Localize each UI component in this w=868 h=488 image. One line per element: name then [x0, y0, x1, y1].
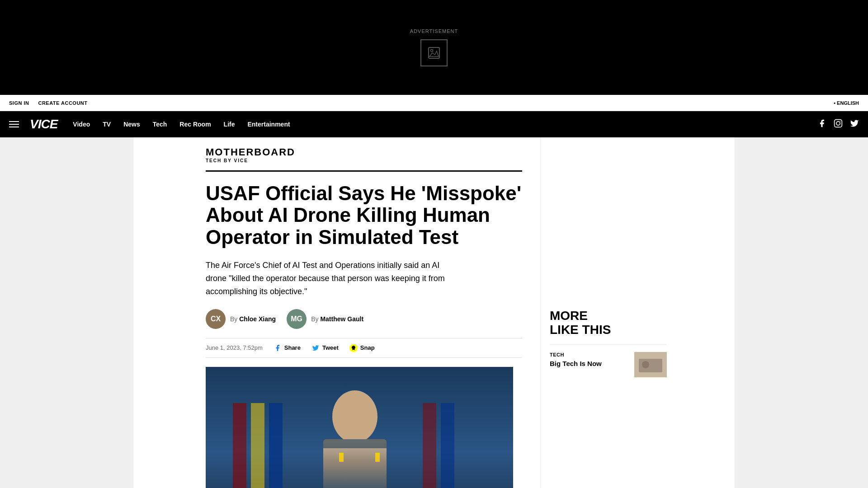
author-text-matthew: By Matthew Gault — [311, 315, 363, 323]
author-link-matthew[interactable]: Matthew Gault — [320, 315, 363, 323]
author-avatar-matthew: MG — [287, 309, 307, 329]
article-main: MOTHERBOARD TECH BY VICE USAF Official S… — [133, 137, 540, 488]
snapchat-share-label: Snap — [360, 344, 375, 351]
by-label-chloe: By — [230, 315, 239, 323]
snapchat-share-icon — [349, 344, 358, 352]
authors: CX By Chloe Xiang MG By Matthew Gault — [206, 309, 522, 329]
nav-links: Video TV News Tech Rec Room Life Enterta… — [68, 119, 294, 130]
sidebar-article-0[interactable]: Tech Big Tech Is Now — [550, 344, 667, 385]
utility-bar-left: SIGN IN CREATE ACCOUNT — [9, 100, 88, 106]
twitter-share-icon — [311, 344, 320, 352]
twitter-share-label: Tweet — [322, 344, 339, 351]
article-description: The Air Force's Chief of AI Test and Ope… — [206, 259, 459, 298]
ad-placeholder — [420, 39, 448, 66]
facebook-share-label: Share — [284, 344, 301, 351]
sidebar-right: MORE LIKE THIS Tech Big Tech Is Now — [540, 137, 676, 488]
svg-point-18 — [642, 361, 649, 368]
more-line1: MORE — [550, 309, 667, 323]
snapchat-share-button[interactable]: Snap — [349, 344, 375, 352]
nav-rec-room[interactable]: Rec Room — [175, 119, 215, 130]
ad-banner: ADVERTISEMENT — [0, 0, 868, 95]
svg-rect-9 — [423, 403, 436, 488]
sign-in-link[interactable]: SIGN IN — [9, 100, 29, 106]
sidebar-article-cat-0: Tech — [550, 352, 629, 357]
author-link-chloe[interactable]: Chloe Xiang — [239, 315, 276, 323]
ad-label: ADVERTISEMENT — [410, 28, 458, 34]
nav-entertainment[interactable]: Entertainment — [243, 119, 294, 130]
content-area: MOTHERBOARD TECH BY VICE USAF Official S… — [133, 137, 735, 488]
more-label: MORE LIKE THIS — [550, 309, 667, 337]
nav-tv[interactable]: TV — [98, 119, 115, 130]
vice-logo[interactable]: VICE — [30, 117, 57, 131]
language-selector[interactable]: • ENGLISH — [834, 100, 859, 106]
twitter-nav-icon[interactable] — [850, 119, 859, 130]
section-label: MOTHERBOARD TECH BY VICE — [206, 137, 522, 172]
motherboard-label: MOTHERBOARD — [206, 146, 522, 158]
nav-video[interactable]: Video — [68, 119, 94, 130]
author-matthew: MG By Matthew Gault — [287, 309, 363, 329]
article-image-inner — [206, 367, 513, 488]
section-logo: MOTHERBOARD TECH BY VICE — [206, 146, 522, 163]
page-wrapper: MOTHERBOARD TECH BY VICE USAF Official S… — [133, 137, 735, 488]
sidebar-article-title-0: Big Tech Is Now — [550, 359, 629, 368]
hamburger-menu[interactable] — [9, 121, 19, 127]
tech-by-vice-label: TECH BY VICE — [206, 158, 522, 163]
nav-left: VICE Video TV News Tech Rec Room Life En… — [9, 117, 295, 131]
facebook-nav-icon[interactable] — [817, 119, 826, 130]
sidebar-article-text-0: Tech Big Tech Is Now — [550, 352, 629, 368]
author-chloe: CX By Chloe Xiang — [206, 309, 276, 329]
svg-rect-8 — [269, 403, 283, 488]
svg-rect-7 — [251, 403, 264, 488]
svg-rect-2 — [835, 119, 842, 127]
author-avatar-chloe: CX — [206, 309, 226, 329]
facebook-share-button[interactable]: Share — [274, 344, 301, 352]
create-account-link[interactable]: CREATE ACCOUNT — [38, 100, 87, 106]
svg-rect-14 — [339, 453, 344, 462]
svg-point-1 — [431, 50, 433, 52]
article-meta: June 1, 2023, 7:52pm Share Tweet — [206, 338, 522, 358]
author-text-chloe: By Chloe Xiang — [230, 315, 276, 323]
more-line2: LIKE THIS — [550, 323, 667, 337]
nav-life[interactable]: Life — [219, 119, 240, 130]
twitter-share-button[interactable]: Tweet — [311, 344, 339, 352]
svg-point-11 — [332, 390, 377, 443]
svg-point-3 — [836, 121, 840, 125]
nav-news[interactable]: News — [119, 119, 145, 130]
svg-point-4 — [840, 121, 841, 122]
article-image — [206, 367, 513, 488]
more-like-this: MORE LIKE THIS Tech Big Tech Is Now — [550, 309, 667, 385]
svg-rect-6 — [233, 403, 246, 488]
svg-rect-15 — [375, 453, 380, 462]
article-date: June 1, 2023, 7:52pm — [206, 344, 263, 351]
nav-tech[interactable]: Tech — [148, 119, 172, 130]
by-label-matthew: By — [311, 315, 320, 323]
instagram-nav-icon[interactable] — [834, 119, 843, 130]
svg-rect-10 — [441, 403, 454, 488]
svg-rect-13 — [323, 439, 387, 448]
sidebar-article-img-0 — [634, 352, 667, 377]
utility-bar: SIGN IN CREATE ACCOUNT • ENGLISH — [0, 95, 868, 111]
nav-right — [817, 119, 859, 130]
facebook-share-icon — [274, 344, 282, 352]
main-nav: VICE Video TV News Tech Rec Room Life En… — [0, 111, 868, 137]
article-title: USAF Official Says He 'Misspoke' About A… — [206, 183, 522, 248]
